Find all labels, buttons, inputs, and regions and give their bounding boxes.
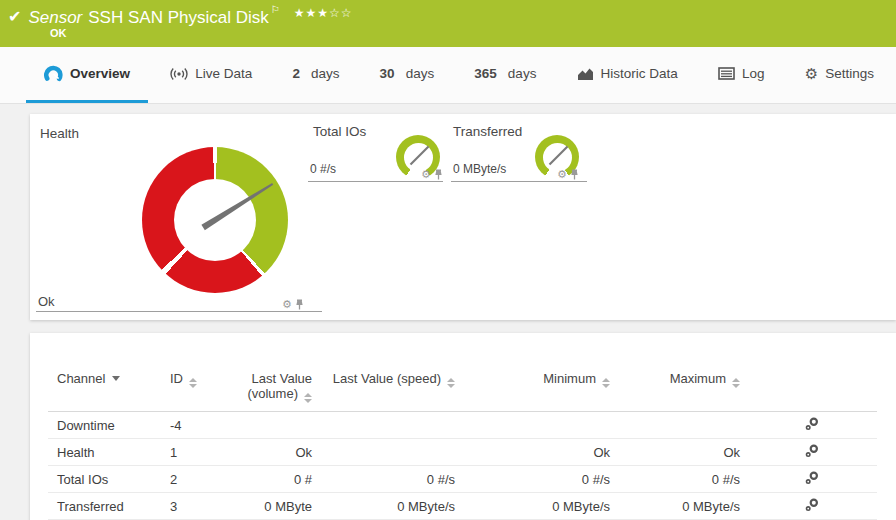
overview-gauges-panel: Health Ok ⚙ Total IOs 0 #/s ⚙ Transferre…	[30, 114, 896, 320]
tab-settings[interactable]: ⚙ Settings	[787, 47, 892, 103]
object-kind-label: Sensor	[28, 7, 82, 29]
transferred-gauge	[535, 135, 579, 179]
transferred-gauge-title: Transferred	[453, 124, 522, 139]
channel-settings-gears-icon[interactable]	[805, 471, 819, 485]
channel-settings-gears-icon[interactable]	[805, 498, 819, 512]
sort-desc-icon	[112, 376, 120, 381]
table-row-downtime[interactable]: Downtime -4	[48, 412, 877, 439]
column-header-last-value-speed[interactable]: Last Value (speed)	[312, 333, 455, 412]
transferred-gauge-value: 0 MByte/s	[453, 162, 506, 176]
channel-settings-gears-icon[interactable]	[805, 417, 819, 431]
total-ios-gauge	[396, 135, 440, 179]
column-header-maximum[interactable]: Maximum	[610, 333, 740, 412]
tab-30-days[interactable]: 30days	[362, 47, 453, 103]
tab-overview[interactable]: Overview	[26, 47, 148, 103]
total-ios-tile-rule	[308, 181, 443, 182]
column-header-last-value-volume[interactable]: Last Value (volume)	[230, 333, 312, 412]
sort-icon	[732, 378, 740, 388]
tab-2-days[interactable]: 2days	[274, 47, 357, 103]
table-row-total-ios[interactable]: Total IOs 2 0 # 0 #/s 0 #/s 0 #/s	[48, 466, 877, 493]
health-gauge-value: Ok	[38, 294, 55, 309]
table-row-health[interactable]: Health 1 Ok Ok Ok	[48, 439, 877, 466]
log-icon	[718, 67, 735, 80]
table-row-transferred[interactable]: Transferred 3 0 MByte 0 MByte/s 0 MByte/…	[48, 493, 877, 520]
column-header-minimum[interactable]: Minimum	[455, 333, 610, 412]
tab-365-days[interactable]: 365days	[456, 47, 554, 103]
channels-table: Channel ID Last Value (volume) Last Valu…	[48, 333, 877, 520]
transferred-tile-rule	[451, 181, 587, 182]
flag-icon[interactable]: ⚐	[271, 4, 280, 15]
priority-stars[interactable]: ★★★☆☆	[294, 5, 353, 21]
sensor-title: SSH SAN Physical Disk	[88, 7, 268, 29]
total-ios-gauge-value: 0 #/s	[310, 162, 336, 176]
total-ios-gauge-needle	[396, 135, 440, 179]
column-header-id[interactable]: ID	[170, 333, 230, 412]
sort-icon	[447, 378, 455, 388]
sort-icon	[304, 393, 312, 403]
tab-log[interactable]: Log	[700, 47, 783, 103]
channels-table-panel: Channel ID Last Value (volume) Last Valu…	[30, 333, 896, 520]
transferred-gauge-needle	[535, 135, 579, 179]
column-header-channel[interactable]: Channel	[48, 333, 170, 412]
total-ios-gauge-title: Total IOs	[313, 124, 366, 139]
gear-icon: ⚙	[805, 66, 818, 81]
status-check-icon: ✔	[8, 7, 21, 27]
tab-bar: Overview Live Data 2days 30days 365days …	[0, 47, 896, 104]
status-badge: OK	[50, 27, 67, 39]
channel-settings-gears-icon[interactable]	[805, 444, 819, 458]
sort-icon	[602, 378, 610, 388]
sensor-status-header: ✔ Sensor SSH SAN Physical Disk ⚐ ★★★☆☆ O…	[0, 0, 896, 47]
gauge-icon	[44, 65, 63, 82]
health-gauge-needle	[135, 140, 295, 300]
pin-icon[interactable]	[295, 299, 304, 310]
health-tile-rule	[36, 311, 322, 312]
tab-live-data[interactable]: Live Data	[152, 47, 270, 103]
live-data-icon	[170, 67, 188, 81]
sort-icon	[189, 378, 197, 388]
tab-historic-data[interactable]: Historic Data	[559, 47, 696, 103]
area-chart-icon	[577, 67, 594, 81]
health-gauge-title: Health	[40, 126, 79, 141]
gauge-settings-gear-icon[interactable]: ⚙	[282, 299, 292, 310]
